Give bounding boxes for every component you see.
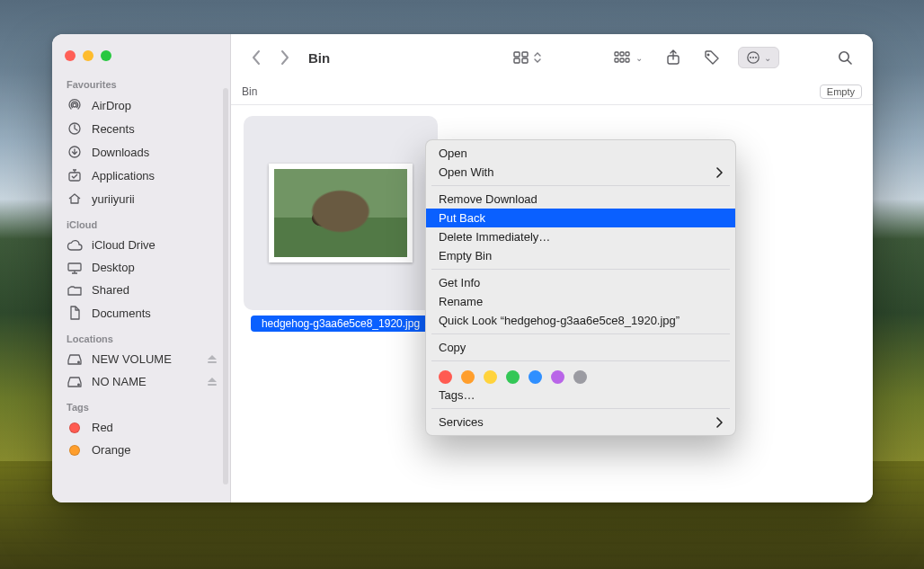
tag-color-swatch[interactable] [484,370,497,384]
tags-button[interactable] [698,46,725,69]
empty-bin-button[interactable]: Empty [820,84,862,99]
tag-color-swatch[interactable] [461,370,475,384]
sidebar: FavouritesAirDropRecentsDownloadsApplica… [52,34,231,502]
menu-item-delete-immediately[interactable]: Delete Immediately… [426,227,735,246]
menu-item-quick-look-hedgehog-g3aa6e5ce8-1920-jpg[interactable]: Quick Look “hedgehog-g3aa6e5ce8_1920.jpg… [426,311,735,330]
sidebar-item-desktop[interactable]: Desktop [52,256,230,279]
menu-item-label: Get Info [439,276,723,289]
menu-item-copy[interactable]: Copy [426,338,735,357]
svg-rect-15 [626,52,629,56]
sidebar-item-label: Red [92,421,219,434]
svg-rect-4 [68,263,81,271]
menu-item-label: Quick Look “hedgehog-g3aa6e5ce8_1920.jpg… [439,314,723,327]
svg-rect-16 [615,58,618,62]
sidebar-item-downloads[interactable]: Downloads [52,140,230,164]
sidebar-item-label: Desktop [92,261,219,274]
sidebar-item-orange[interactable]: Orange [52,439,230,461]
download-icon [67,145,83,159]
svg-rect-10 [522,52,528,57]
more-actions-button[interactable]: ⌄ [738,47,779,68]
svg-rect-18 [626,58,629,62]
share-button[interactable] [661,46,686,69]
shared-icon [67,284,83,297]
disk-icon [67,376,83,388]
menu-item-open[interactable]: Open [426,144,735,163]
sidebar-item-label: NO NAME [92,375,198,388]
menu-item-open-with[interactable]: Open With [426,163,735,182]
sidebar-item-yuriiyurii[interactable]: yuriiyurii [52,187,230,210]
sidebar-item-label: Recents [92,122,219,136]
sidebar-item-label: Orange [92,443,219,457]
doc-icon [67,306,83,320]
sidebar-item-label: Documents [92,307,219,320]
menu-item-label: Remove Download [439,192,723,206]
sidebar-item-label: Applications [92,169,219,182]
tag-color-swatch[interactable] [506,370,520,384]
menu-item-get-info[interactable]: Get Info [426,273,735,292]
group-by-button[interactable]: ⌄ [609,48,648,67]
svg-point-23 [755,57,757,58]
menu-item-empty-bin[interactable]: Empty Bin [426,246,735,265]
menu-item-rename[interactable]: Rename [426,292,735,311]
maximize-window-button[interactable] [101,50,111,61]
file-item[interactable]: hedgehog-g3aa6e5ce8_1920.jpg [244,116,438,332]
menu-item-services[interactable]: Services [426,413,735,431]
file-thumbnail[interactable] [244,116,438,310]
sidebar-item-applications[interactable]: Applications [52,164,230,187]
svg-rect-9 [514,52,520,57]
sidebar-item-documents[interactable]: Documents [52,301,230,325]
tagdot-icon [67,422,83,433]
minimize-window-button[interactable] [83,50,93,61]
svg-rect-12 [522,58,528,63]
sidebar-item-label: iCloud Drive [92,238,219,252]
toolbar: Bin ⌄ ⌄ [231,34,873,81]
menu-item-label: Rename [439,295,723,308]
svg-point-22 [752,57,754,58]
sidebar-item-shared[interactable]: Shared [52,279,230,301]
breadcrumb[interactable]: Bin [242,85,257,98]
menu-item-put-back[interactable]: Put Back [426,209,735,227]
sidebar-item-label: Downloads [92,146,219,159]
sidebar-item-recents[interactable]: Recents [52,117,230,140]
menu-item-tags[interactable]: Tags… [426,386,735,405]
desktop-icon [67,262,83,274]
sidebar-item-label: NEW VOLUME [92,352,198,366]
sidebar-section-title: Tags [52,393,230,416]
sidebar-scrollbar[interactable] [223,88,228,485]
sidebar-item-no-name[interactable]: NO NAME [52,370,230,393]
svg-rect-14 [620,52,624,56]
menu-item-label: Open With [439,165,715,179]
sidebar-item-new-volume[interactable]: NEW VOLUME [52,348,230,370]
chevron-right-icon [715,417,723,428]
search-button[interactable] [831,46,858,69]
svg-point-21 [750,57,751,58]
menu-item-label: Tags… [439,388,723,402]
tag-color-swatch[interactable] [529,370,542,384]
svg-rect-17 [620,58,624,62]
menu-item-remove-download[interactable]: Remove Download [426,190,735,209]
sidebar-item-label: Shared [92,283,219,297]
tag-color-swatch[interactable] [573,370,587,384]
cloud-icon [67,239,83,252]
window-title: Bin [303,50,330,66]
svg-rect-6 [208,361,217,363]
tag-color-swatch[interactable] [551,370,564,384]
eject-icon[interactable] [207,377,219,387]
svg-rect-8 [208,384,217,386]
clock-icon [67,121,83,136]
close-window-button[interactable] [65,50,76,61]
view-mode-button[interactable] [508,48,547,67]
back-button[interactable] [251,49,262,66]
tag-color-swatch[interactable] [439,370,452,384]
chevron-right-icon [715,167,723,178]
sidebar-item-red[interactable]: Red [52,416,230,439]
forward-button[interactable] [280,49,290,66]
sidebar-item-icloud-drive[interactable]: iCloud Drive [52,234,230,256]
sidebar-section-title: Locations [52,325,230,348]
sidebar-section-title: Favourites [52,70,230,93]
sidebar-item-label: yuriiyurii [92,192,219,206]
apps-icon [67,168,83,182]
airdrop-icon [67,98,83,112]
eject-icon[interactable] [207,354,219,365]
sidebar-item-airdrop[interactable]: AirDrop [52,93,230,117]
